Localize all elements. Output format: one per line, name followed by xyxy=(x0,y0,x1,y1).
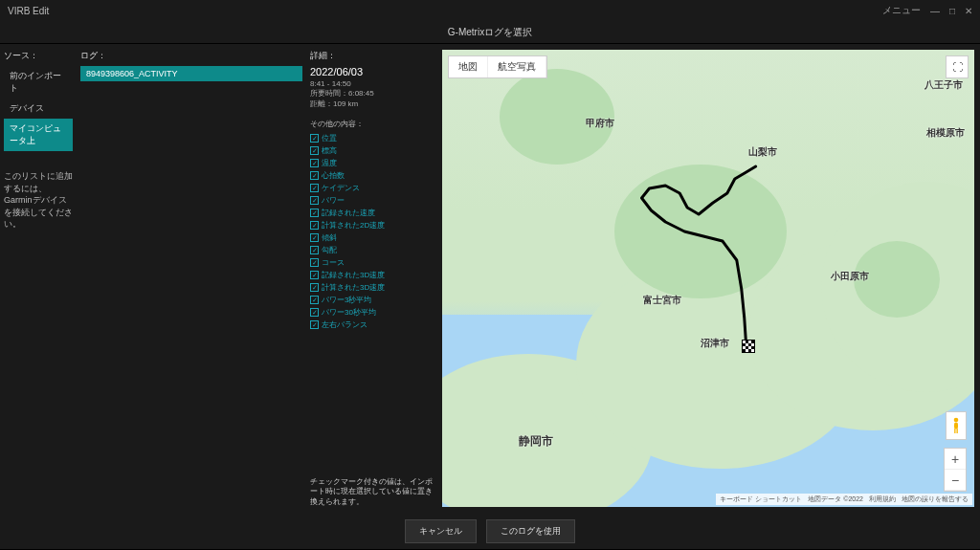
minimize-icon[interactable]: — xyxy=(930,6,940,16)
dialog-footer: キャンセル このログを使用 xyxy=(0,513,980,549)
logs-panel: ログ： 8949398606_ACTIVITY xyxy=(77,44,306,513)
metric-checkbox[interactable]: ✓温度 xyxy=(310,158,436,168)
pegman-icon xyxy=(951,417,961,434)
app-title: VIRB Edit xyxy=(8,6,49,16)
checkbox-icon: ✓ xyxy=(310,134,319,143)
activity-distance: 距離：109 km xyxy=(310,99,436,109)
sources-panel: ソース： 前のインポート デバイス マイコンピュータ上 このリストに追加するには… xyxy=(0,44,77,513)
map-type-satellite[interactable]: 航空写真 xyxy=(488,56,546,77)
metric-checkbox[interactable]: ✓計算された3D速度 xyxy=(310,282,436,293)
metric-label: パワー3秒平均 xyxy=(322,295,371,305)
checkbox-icon: ✓ xyxy=(310,296,319,304)
checkbox-icon: ✓ xyxy=(310,196,319,205)
metric-checkbox[interactable]: ✓コース xyxy=(310,257,436,268)
metric-checkbox[interactable]: ✓パワー xyxy=(310,195,436,206)
metric-label: 標高 xyxy=(322,145,337,156)
details-footnote: チェックマーク付きの値は、インポート時に現在選択している値に置き換えられます。 xyxy=(310,472,436,507)
metric-label: 位置 xyxy=(322,133,337,143)
dialog-title-bar: G-Metrixログを選択 xyxy=(0,21,980,44)
svg-rect-2 xyxy=(954,429,955,433)
checkbox-icon: ✓ xyxy=(310,171,319,180)
metric-label: 勾配 xyxy=(322,245,337,255)
cancel-button[interactable]: キャンセル xyxy=(405,519,477,543)
map-data-text: 地図データ ©2022 xyxy=(808,495,863,504)
metric-label: パワー xyxy=(322,195,345,206)
metric-checkbox[interactable]: ✓パワー3秒平均 xyxy=(310,295,436,305)
map-panel: 八王子市 相模原市 山梨市 甲府市 富士宮市 沼津市 静岡市 小田原市 地図 航… xyxy=(440,44,980,513)
map-zoom-control: + − xyxy=(944,448,967,492)
metric-checkbox[interactable]: ✓位置 xyxy=(310,133,436,143)
checkbox-icon: ✓ xyxy=(310,258,319,267)
metric-label: 温度 xyxy=(322,158,337,168)
menu-button[interactable]: メニュー xyxy=(882,4,921,17)
streetview-pegman-button[interactable] xyxy=(946,411,967,440)
checkbox-icon: ✓ xyxy=(310,308,319,317)
close-icon[interactable]: ✕ xyxy=(965,6,972,16)
svg-rect-1 xyxy=(954,423,958,429)
metrics-checklist: ✓位置✓標高✓温度✓心拍数✓ケイデンス✓パワー✓記録された速度✓計算された2D速… xyxy=(310,133,436,330)
checkbox-icon: ✓ xyxy=(310,246,319,254)
checkbox-icon: ✓ xyxy=(310,209,319,217)
checkbox-icon: ✓ xyxy=(310,283,319,292)
checkbox-icon: ✓ xyxy=(310,184,319,192)
metric-checkbox[interactable]: ✓記録された速度 xyxy=(310,208,436,218)
metric-label: コース xyxy=(322,257,345,268)
dialog-title: G-Metrixログを選択 xyxy=(448,26,532,39)
source-item-device[interactable]: デバイス xyxy=(4,99,73,119)
maximize-icon[interactable]: □ xyxy=(949,6,955,16)
sources-help-text: このリストに追加するには、Garminデバイスを接続してください。 xyxy=(4,170,73,231)
metric-checkbox[interactable]: ✓パワー30秒平均 xyxy=(310,307,436,318)
route-end-flag-icon xyxy=(742,340,755,353)
metric-checkbox[interactable]: ✓傾斜 xyxy=(310,232,436,243)
activity-date: 2022/06/03 xyxy=(310,66,436,77)
map-type-switch: 地図 航空写真 xyxy=(448,55,547,78)
zoom-in-button[interactable]: + xyxy=(945,449,966,470)
metric-checkbox[interactable]: ✓左右バランス xyxy=(310,319,436,330)
metric-checkbox[interactable]: ✓心拍数 xyxy=(310,170,436,181)
metric-label: 心拍数 xyxy=(322,170,345,181)
checkbox-icon: ✓ xyxy=(310,221,319,230)
checkbox-icon: ✓ xyxy=(310,159,319,167)
metric-checkbox[interactable]: ✓記録された3D速度 xyxy=(310,270,436,280)
metric-label: 記録された3D速度 xyxy=(322,270,385,280)
metric-checkbox[interactable]: ✓ケイデンス xyxy=(310,183,436,193)
log-item[interactable]: 8949398606_ACTIVITY xyxy=(80,66,302,81)
metric-label: ケイデンス xyxy=(322,183,360,193)
metric-label: 記録された速度 xyxy=(322,208,375,218)
activity-time-range: 8:41 - 14:50 xyxy=(310,79,436,89)
report-error-link[interactable]: 地図の誤りを報告する xyxy=(902,495,969,504)
details-panel: 詳細： 2022/06/03 8:41 - 14:50 所要時間：6:08:45… xyxy=(306,44,440,513)
other-contents-label: その他の内容： xyxy=(310,119,436,129)
metric-checkbox[interactable]: ✓標高 xyxy=(310,145,436,156)
map-attribution: キーボード ショートカット 地図データ ©2022 利用規約 地図の誤りを報告す… xyxy=(716,494,972,505)
checkbox-icon: ✓ xyxy=(310,146,319,155)
use-log-button[interactable]: このログを使用 xyxy=(486,519,575,543)
metric-label: 計算された2D速度 xyxy=(322,220,385,231)
checkbox-icon: ✓ xyxy=(310,233,319,242)
zoom-out-button[interactable]: − xyxy=(945,470,966,491)
metric-label: パワー30秒平均 xyxy=(322,307,376,318)
details-label: 詳細： xyxy=(310,50,436,62)
map-canvas[interactable]: 八王子市 相模原市 山梨市 甲府市 富士宮市 沼津市 静岡市 小田原市 地図 航… xyxy=(442,50,974,507)
source-item-prev-import[interactable]: 前のインポート xyxy=(4,66,73,99)
terms-link[interactable]: 利用規約 xyxy=(869,495,896,504)
fullscreen-icon: ⛶ xyxy=(952,61,963,73)
metric-label: 左右バランス xyxy=(322,319,368,330)
metric-label: 計算された3D速度 xyxy=(322,282,385,293)
checkbox-icon: ✓ xyxy=(310,320,319,329)
svg-point-0 xyxy=(954,418,959,423)
metric-checkbox[interactable]: ✓計算された2D速度 xyxy=(310,220,436,231)
source-item-my-computer[interactable]: マイコンピュータ上 xyxy=(4,119,73,151)
svg-rect-3 xyxy=(957,429,958,433)
kbd-shortcuts-link[interactable]: キーボード ショートカット xyxy=(720,495,802,504)
checkbox-icon: ✓ xyxy=(310,271,319,279)
title-bar: VIRB Edit メニュー — □ ✕ xyxy=(0,0,980,21)
gps-track xyxy=(442,50,974,507)
metric-label: 傾斜 xyxy=(322,232,337,243)
activity-duration: 所要時間：6:08:45 xyxy=(310,89,436,99)
map-fullscreen-button[interactable]: ⛶ xyxy=(946,55,969,78)
sources-label: ソース： xyxy=(4,50,73,62)
logs-label: ログ： xyxy=(80,50,302,62)
map-type-map[interactable]: 地図 xyxy=(449,56,488,77)
metric-checkbox[interactable]: ✓勾配 xyxy=(310,245,436,255)
